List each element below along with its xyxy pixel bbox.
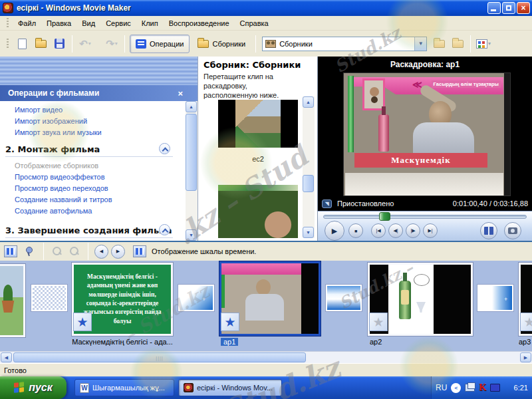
no-effect-star-icon[interactable]: ★ bbox=[369, 313, 388, 331]
effect-star-icon[interactable]: ★ bbox=[73, 313, 92, 331]
back-frame-button[interactable]: ◀| bbox=[388, 223, 403, 238]
scrollbar-thumb[interactable] bbox=[186, 114, 197, 191]
split-clip-button[interactable] bbox=[480, 222, 497, 239]
taskpane-scrollbar[interactable]: ▲ ▼ bbox=[186, 101, 198, 241]
clip-2-thumbnail bbox=[218, 185, 298, 238]
toolbar-separator bbox=[72, 35, 72, 53]
take-picture-button[interactable] bbox=[504, 222, 521, 239]
new-collection-button[interactable] bbox=[450, 36, 466, 52]
collection-clip-ec2[interactable] bbox=[218, 100, 298, 148]
scroll-right-button[interactable]: ▶ bbox=[520, 352, 531, 362]
narration-mic-icon[interactable] bbox=[25, 247, 32, 256]
previous-frame-button[interactable]: |◀ bbox=[371, 223, 386, 238]
hide-tray-icons-button[interactable]: < bbox=[451, 383, 461, 393]
transition-fade-3[interactable]: + bbox=[477, 285, 513, 311]
start-button[interactable]: пуск bbox=[0, 376, 66, 399]
fullscreen-icon[interactable]: ◥ bbox=[322, 200, 332, 208]
scroll-up-button[interactable]: ▲ bbox=[303, 96, 314, 108]
no-effect-star-icon[interactable]: ★ bbox=[520, 313, 532, 331]
transition-slot-empty[interactable] bbox=[31, 285, 67, 311]
task-import-audio[interactable]: Импорт звука или музыки bbox=[15, 126, 186, 138]
views-button[interactable]: ▾ bbox=[475, 36, 491, 52]
undo-button[interactable]: ↶▾ bbox=[77, 36, 93, 52]
scrollbar-thumb[interactable] bbox=[303, 175, 314, 192]
stop-button[interactable]: ■ bbox=[348, 223, 363, 238]
collection-pane: Сборник: Сборники Перетащите клип на рас… bbox=[198, 57, 318, 241]
menu-help[interactable]: Справка bbox=[235, 17, 274, 29]
transition-fade-2[interactable]: + bbox=[326, 285, 362, 311]
redo-button[interactable]: ↷▾ bbox=[104, 36, 120, 52]
views-dropdown-icon: ▾ bbox=[488, 41, 491, 47]
task-import-pictures[interactable]: Импорт изображений bbox=[15, 115, 186, 126]
menu-clip[interactable]: Клип bbox=[136, 17, 164, 29]
play-button[interactable]: ▶ bbox=[325, 221, 344, 241]
collection-clip-2[interactable] bbox=[218, 185, 298, 238]
language-indicator[interactable]: RU bbox=[436, 383, 447, 392]
menu-view[interactable]: Вид bbox=[76, 17, 100, 29]
timeline-toggle-label[interactable]: Отображение шкалы времени. bbox=[152, 247, 256, 255]
clip-ar3-caption: ар3 bbox=[519, 338, 531, 346]
antivirus-tray-icon[interactable]: K bbox=[479, 382, 486, 393]
collapse-section3-button[interactable] bbox=[159, 224, 170, 235]
parent-collection-button[interactable] bbox=[431, 36, 447, 52]
task-autofilm[interactable]: Создание автофильма bbox=[15, 205, 186, 216]
scroll-left-button[interactable]: ◀ bbox=[1, 352, 12, 362]
task-import-video[interactable]: Импорт видео bbox=[15, 104, 186, 115]
menu-tools[interactable]: Сервис bbox=[100, 17, 136, 29]
effect-star-icon[interactable]: ★ bbox=[221, 313, 239, 331]
forward-frame-button[interactable]: |▶ bbox=[406, 223, 420, 238]
menu-edit[interactable]: Правка bbox=[41, 17, 76, 29]
taskbar-button-word[interactable]: W Шығармашылық жұ... bbox=[74, 379, 174, 396]
next-frame-button[interactable]: ▶| bbox=[423, 223, 438, 238]
movie-maker-window: есіркі - Windows Movie Maker × Файл Прав… bbox=[0, 0, 532, 399]
word-document-icon: W bbox=[80, 383, 89, 393]
network-tray-icon[interactable] bbox=[465, 384, 475, 392]
taskpane-close-button[interactable]: × bbox=[178, 85, 183, 101]
play-storyboard-button[interactable]: ▶ bbox=[111, 245, 125, 259]
save-project-button[interactable] bbox=[51, 36, 67, 52]
menu-play[interactable]: Воспроизведение bbox=[164, 17, 235, 29]
task-view-transitions[interactable]: Просмотр видео переходов bbox=[15, 182, 186, 194]
combobox-dropdown-arrow[interactable]: ▼ bbox=[414, 37, 426, 51]
video-bottle bbox=[378, 114, 389, 152]
close-icon: × bbox=[517, 3, 529, 13]
minimize-button[interactable] bbox=[487, 2, 501, 14]
new-project-button[interactable] bbox=[14, 36, 30, 52]
scroll-down-button[interactable]: ▼ bbox=[303, 227, 314, 238]
taskbar-clock: 6:21 bbox=[514, 384, 528, 392]
seek-thumb[interactable] bbox=[379, 212, 390, 221]
storyboard-clip-partial-left[interactable] bbox=[0, 264, 25, 337]
open-project-button[interactable] bbox=[33, 36, 49, 52]
tasks-toggle-button[interactable]: Операции bbox=[130, 35, 190, 53]
collection-hint: Перетащите клип на раскадровку, располож… bbox=[203, 72, 303, 100]
seek-bar[interactable] bbox=[323, 215, 527, 219]
playback-controls: ▶ ■ |◀ ◀| |▶ ▶| bbox=[318, 211, 532, 241]
collection-combobox[interactable]: Сборники ▼ bbox=[262, 37, 427, 51]
task-show-collections: Отображение сборников bbox=[15, 160, 186, 171]
collapse-section2-button[interactable] bbox=[159, 143, 170, 154]
video-inset-photo bbox=[362, 78, 385, 110]
timeline-view-icon[interactable] bbox=[133, 245, 146, 257]
scroll-up-button[interactable]: ▲ bbox=[186, 101, 197, 112]
restore-button[interactable] bbox=[502, 2, 515, 14]
toolbar-separator bbox=[255, 35, 256, 53]
close-button[interactable]: × bbox=[517, 2, 530, 14]
rewind-storyboard-button[interactable]: ◀ bbox=[94, 245, 108, 259]
storyboard-hscrollbar[interactable]: ◀ |||| ▶ bbox=[0, 351, 532, 363]
scroll-down-button[interactable]: ▼ bbox=[186, 229, 197, 241]
hscrollbar-thumb[interactable]: |||| bbox=[13, 352, 306, 362]
task-make-titles[interactable]: Создание названий и титров bbox=[15, 194, 186, 205]
menu-file[interactable]: Файл bbox=[13, 17, 41, 29]
collections-toggle-button[interactable]: Сборники bbox=[192, 35, 251, 53]
preview-pane: Раскадровка: ар1 ≪ Ғасырдың өлім тұзақта… bbox=[318, 57, 532, 241]
app-icon bbox=[3, 3, 13, 13]
transition-fade-1[interactable]: + bbox=[178, 285, 214, 311]
taskbar-button-moviemaker[interactable]: есіркі - Windows Mov... bbox=[178, 379, 282, 396]
status-bar: Готово bbox=[0, 363, 532, 376]
task-view-effects[interactable]: Просмотр видеоэффектов bbox=[15, 171, 186, 182]
video-top-caption: Ғасырдың өлім тұзақтары bbox=[432, 80, 501, 88]
collection-scrollbar[interactable]: ▲ ▼ bbox=[303, 96, 315, 238]
keyboard-tray-icon[interactable] bbox=[490, 384, 500, 392]
start-label: пуск bbox=[29, 382, 53, 394]
storyboard-view-icon[interactable] bbox=[4, 245, 17, 257]
